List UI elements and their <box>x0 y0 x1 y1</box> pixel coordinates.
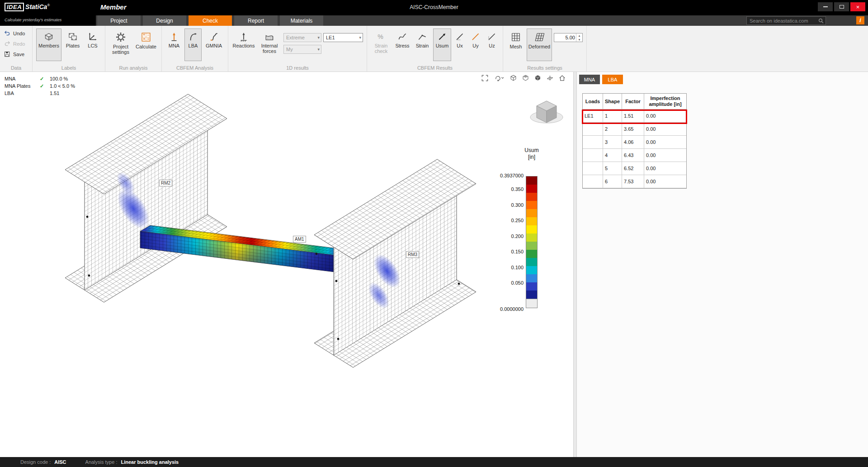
panel-splitter[interactable] <box>573 72 577 457</box>
solid-view-icon[interactable] <box>534 74 542 82</box>
minimize-button[interactable] <box>818 2 833 11</box>
lba-icon <box>188 31 198 42</box>
status-row: MNA✓100.0 % <box>5 75 75 82</box>
deformed-scale-stepper[interactable]: 5.00 ▲ ▼ <box>554 33 583 42</box>
left-beam-mesh[interactable] <box>65 94 227 302</box>
members-toggle-button[interactable]: Members <box>36 29 61 61</box>
gmnia-analysis-button[interactable]: GMNIA <box>203 29 224 61</box>
rotate-view-icon[interactable] <box>493 74 505 82</box>
uz-button[interactable]: Uz <box>485 29 499 61</box>
legend-color-bar <box>526 176 538 308</box>
svg-text:=: = <box>147 37 150 41</box>
svg-text:×: × <box>143 37 145 41</box>
gmnia-label: GMNIA <box>206 43 222 48</box>
lba-results-table: Loads Shape Factor Imperfection amplitud… <box>582 93 687 189</box>
lba-analysis-button[interactable]: LBA <box>184 29 202 61</box>
my-dropdown[interactable]: My ▾ <box>283 45 321 54</box>
usum-button[interactable]: Usum <box>433 29 451 61</box>
redo-button[interactable]: Redo <box>4 39 25 48</box>
search-box[interactable] <box>746 16 826 25</box>
clipping-plane-icon[interactable] <box>546 74 554 82</box>
analyzed-member-mesh[interactable] <box>140 225 344 272</box>
stepper-up-icon[interactable]: ▲ <box>576 33 582 38</box>
close-button[interactable]: × <box>850 2 865 11</box>
table-row[interactable]: 56.520.00 <box>583 162 686 175</box>
right-beam-mesh[interactable] <box>314 159 476 367</box>
internal-forces-icon <box>264 31 275 42</box>
table-cell-shape: 1 <box>603 110 622 123</box>
mesh-toggle-button[interactable]: Mesh <box>507 29 525 61</box>
close-icon: × <box>856 4 860 10</box>
info-badge[interactable]: i <box>856 16 864 24</box>
legend-tick-label: 0.150 <box>497 249 524 254</box>
strain-button[interactable]: Strain <box>413 29 431 61</box>
table-row[interactable]: LE111.510.00 <box>583 110 686 123</box>
extreme-dropdown[interactable]: Extreme ▾ <box>283 33 321 42</box>
undo-button[interactable]: Undo <box>4 29 25 38</box>
ribbon-group-run-analysis: Project settings + − × = Calculate Run a… <box>105 26 162 71</box>
status-value: 1.51 <box>50 91 59 96</box>
save-button[interactable]: Save <box>4 49 25 59</box>
uy-button[interactable]: Uy <box>468 29 483 61</box>
gear-icon <box>115 31 127 43</box>
legend-tick-label: 0.050 <box>497 280 524 286</box>
model-label[interactable]: RM2 <box>159 180 172 186</box>
redo-icon <box>4 40 11 48</box>
check-icon: ✓ <box>40 76 50 82</box>
reactions-button[interactable]: Reactions <box>232 29 255 61</box>
mesh-label: Mesh <box>510 44 522 49</box>
ux-button[interactable]: Ux <box>453 29 467 61</box>
table-row[interactable]: 34.060.00 <box>583 136 686 149</box>
table-row[interactable]: 67.530.00 <box>583 175 686 188</box>
table-row[interactable]: 46.430.00 <box>583 149 686 162</box>
status-row: MNA Plates✓1.0 < 5.0 % <box>5 82 75 90</box>
search-input[interactable] <box>749 18 818 24</box>
app-logo: IDEAStatiCa® <box>5 3 50 11</box>
legend-color-segment <box>526 209 537 217</box>
internal-forces-button[interactable]: Internal forces <box>257 29 282 61</box>
stress-button[interactable]: Stress <box>393 29 411 61</box>
loadcase-dropdown[interactable]: LE1 ▾ <box>323 33 363 42</box>
strain-label: Strain <box>416 43 429 48</box>
stepper-down-icon[interactable]: ▼ <box>576 38 582 42</box>
strain-check-button[interactable]: % Strain check <box>371 29 392 61</box>
tab-project[interactable]: Project <box>97 15 141 26</box>
table-row[interactable]: 23.650.00 <box>583 123 686 136</box>
legend-max-value: 0.3937000 <box>497 173 524 178</box>
tab-design[interactable]: Design <box>143 15 186 26</box>
model-label[interactable]: AM1 <box>293 236 306 243</box>
plates-icon <box>67 31 78 42</box>
reactions-label: Reactions <box>233 43 255 48</box>
navigation-cube[interactable] <box>528 95 566 127</box>
project-settings-button[interactable]: Project settings <box>109 29 132 61</box>
table-cell-loads <box>583 162 603 175</box>
deformed-toggle-button[interactable]: Deformed <box>527 29 552 61</box>
analysis-status-list: MNA✓100.0 %MNA Plates✓1.0 < 5.0 %LBA1.51 <box>5 75 75 97</box>
view-toolbar <box>481 74 566 82</box>
panel-tab-mna[interactable]: MNA <box>579 75 600 84</box>
front-view-icon[interactable] <box>522 74 529 82</box>
calculate-button[interactable]: + − × = Calculate <box>134 29 158 61</box>
mna-analysis-button[interactable]: MNA <box>165 29 183 61</box>
lcs-toggle-button[interactable]: LCS <box>84 29 101 61</box>
tab-report[interactable]: Report <box>234 15 278 26</box>
maximize-icon <box>840 5 844 9</box>
logo-statica: StatiCa <box>25 3 47 10</box>
svg-text:+: + <box>143 33 145 37</box>
model-label[interactable]: RM3 <box>406 251 419 258</box>
plates-toggle-button[interactable]: Plates <box>63 29 82 61</box>
model-3d-view[interactable] <box>0 72 573 457</box>
results-panel: MNA LBA Loads Shape Factor Imperfection … <box>577 72 868 457</box>
fit-view-icon[interactable] <box>481 74 489 82</box>
tab-materials[interactable]: Materials <box>280 15 323 26</box>
panel-tab-lba[interactable]: LBA <box>602 75 623 84</box>
legend-color-segment <box>526 266 537 274</box>
maximize-button[interactable] <box>834 2 849 11</box>
axonometry-view-icon[interactable] <box>509 74 517 82</box>
group-label-labels: Labels <box>33 65 105 71</box>
model-viewport[interactable]: MNA✓100.0 %MNA Plates✓1.0 < 5.0 %LBA1.51 <box>0 72 573 457</box>
ux-icon <box>454 31 465 42</box>
home-view-icon[interactable] <box>558 74 566 82</box>
ux-label: Ux <box>457 43 462 48</box>
tab-check[interactable]: Check <box>189 15 232 26</box>
